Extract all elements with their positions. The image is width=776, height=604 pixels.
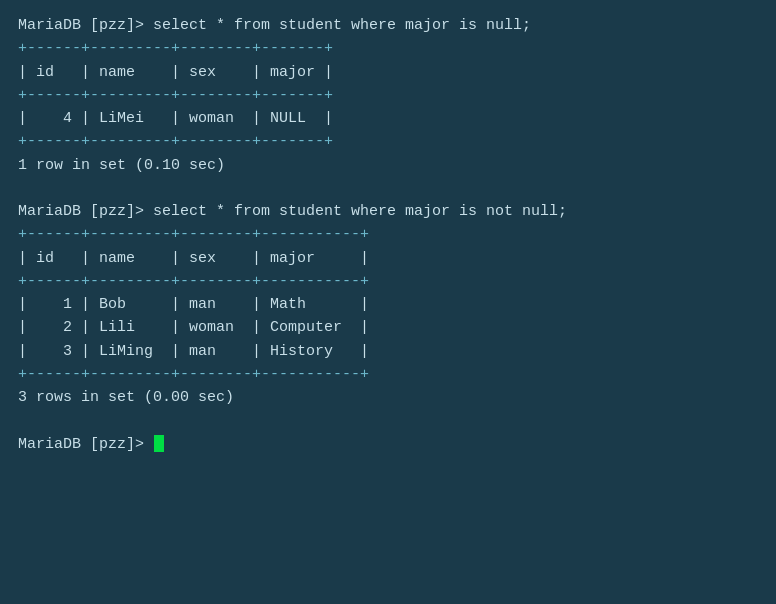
prompt-line-cursor: MariaDB [pzz]>: [18, 433, 758, 456]
terminal-line-4: | 4 | LiMei | woman | NULL |: [18, 107, 758, 130]
terminal-line-10: | id | name | sex | major |: [18, 247, 758, 270]
terminal-line-11: +------+---------+--------+-----------+: [18, 270, 758, 293]
terminal-line-15: +------+---------+--------+-----------+: [18, 363, 758, 386]
terminal-cursor: [154, 435, 164, 452]
terminal-line-6: 1 row in set (0.10 sec): [18, 154, 758, 177]
terminal-line-0: MariaDB [pzz]> select * from student whe…: [18, 14, 758, 37]
terminal-line-9: +------+---------+--------+-----------+: [18, 223, 758, 246]
terminal-line-1: +------+---------+--------+-------+: [18, 37, 758, 60]
terminal-window: MariaDB [pzz]> select * from student whe…: [0, 0, 776, 604]
terminal-line-14: | 3 | LiMing | man | History |: [18, 340, 758, 363]
terminal-line-13: | 2 | Lili | woman | Computer |: [18, 316, 758, 339]
terminal-line-12: | 1 | Bob | man | Math |: [18, 293, 758, 316]
terminal-line-8: MariaDB [pzz]> select * from student whe…: [18, 200, 758, 223]
terminal-line-2: | id | name | sex | major |: [18, 61, 758, 84]
empty-line: [18, 177, 758, 200]
terminal-line-5: +------+---------+--------+-------+: [18, 130, 758, 153]
terminal-line-3: +------+---------+--------+-------+: [18, 84, 758, 107]
terminal-line-16: 3 rows in set (0.00 sec): [18, 386, 758, 409]
empty-line: [18, 409, 758, 432]
